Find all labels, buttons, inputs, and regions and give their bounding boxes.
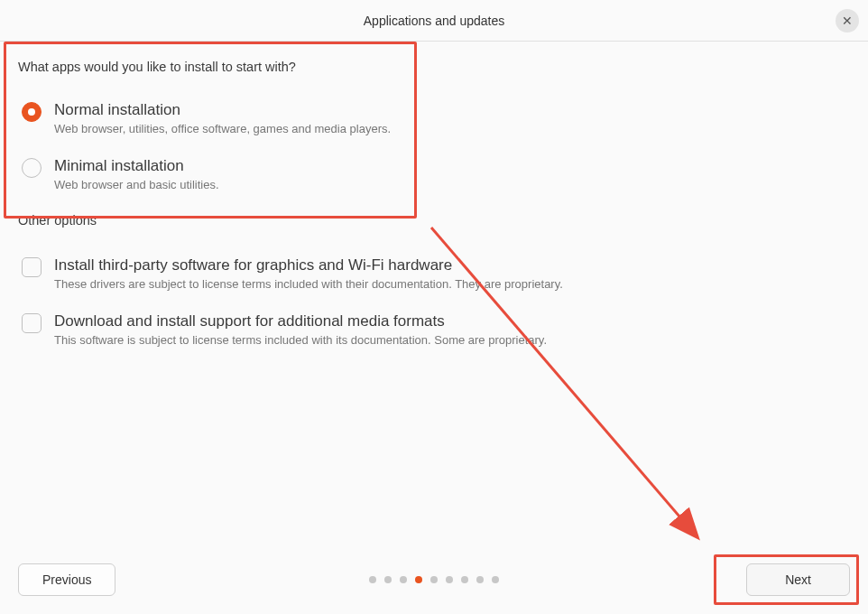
dialog-header: Applications and updates ✕ [0,0,868,42]
close-icon: ✕ [842,14,853,28]
option-text: Minimal installation Web browser and bas… [54,157,219,191]
dialog-content: What apps would you like to install to s… [0,42,868,359]
option-label: Download and install support for additio… [54,312,547,330]
page-dot [476,576,484,583]
option-thirdparty-software[interactable]: Install third-party software for graphic… [18,247,850,303]
option-minimal-installation[interactable]: Minimal installation Web browser and bas… [18,148,850,204]
option-text: Normal installation Web browser, utiliti… [54,101,391,135]
page-dot [446,576,453,583]
option-media-formats[interactable]: Download and install support for additio… [18,303,850,359]
page-dot [461,576,468,583]
dialog-title: Applications and updates [364,14,504,28]
page-dot-active [415,576,422,583]
install-apps-question: What apps would you like to install to s… [18,60,850,74]
next-button[interactable]: Next [746,563,850,596]
option-description: Web browser and basic utilities. [54,178,219,191]
checkbox-media-formats[interactable] [22,313,42,333]
page-dots [369,576,499,583]
option-label: Install third-party software for graphic… [54,256,563,274]
page-dot [492,576,499,583]
option-description: These drivers are subject to license ter… [54,277,563,291]
radio-minimal-installation[interactable] [22,158,42,178]
dialog-footer: Previous Next [0,545,868,614]
page-dot [384,576,392,583]
close-button[interactable]: ✕ [836,9,859,33]
option-normal-installation[interactable]: Normal installation Web browser, utiliti… [18,92,850,148]
option-text: Download and install support for additio… [54,312,547,347]
previous-button[interactable]: Previous [18,563,115,596]
option-label: Normal installation [54,101,391,119]
page-dot [369,576,376,583]
option-text: Install third-party software for graphic… [54,256,563,291]
checkbox-thirdparty[interactable] [22,257,42,277]
radio-normal-installation[interactable] [22,102,42,122]
option-description: Web browser, utilities, office software,… [54,122,391,135]
other-options-title: Other options [18,213,850,228]
option-description: This software is subject to license term… [54,333,547,347]
option-label: Minimal installation [54,157,219,175]
page-dot [400,576,407,583]
page-dot [430,576,438,583]
